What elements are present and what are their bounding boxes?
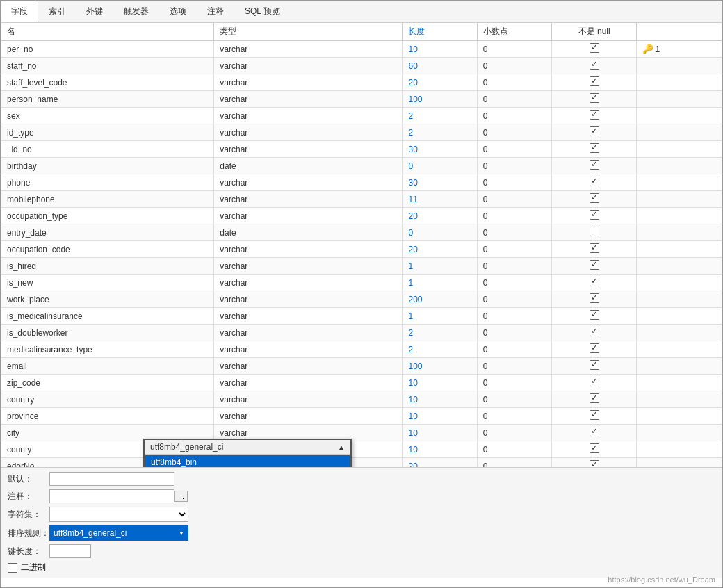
notnull-checkbox[interactable] xyxy=(590,343,599,353)
table-row[interactable]: occupation_typevarchar200 xyxy=(1,208,722,224)
cell-notnull[interactable] xyxy=(551,291,637,308)
cell-notnull[interactable] xyxy=(551,408,637,425)
cell-notnull[interactable] xyxy=(551,108,637,124)
cell-decimal: 0 xyxy=(477,41,551,58)
tab-options[interactable]: 选项 xyxy=(159,1,197,22)
cell-name: zip_code xyxy=(1,375,214,391)
table-row[interactable]: person_namevarchar1000 xyxy=(1,91,722,108)
table-row[interactable]: I id_novarchar300 xyxy=(1,141,722,158)
comment-input[interactable] xyxy=(49,489,174,503)
table-row[interactable]: birthdaydate00 xyxy=(1,158,722,174)
notnull-checkbox[interactable] xyxy=(590,193,599,203)
notnull-checkbox[interactable] xyxy=(590,160,599,170)
cell-name: mobilephone xyxy=(1,191,214,208)
notnull-checkbox[interactable] xyxy=(590,410,599,420)
notnull-checkbox[interactable] xyxy=(590,143,599,153)
notnull-checkbox[interactable] xyxy=(590,327,599,336)
comment-dots-button[interactable]: ... xyxy=(174,491,188,502)
tab-fields[interactable]: 字段 xyxy=(1,1,38,22)
cell-notnull[interactable] xyxy=(551,308,637,325)
cell-notnull[interactable] xyxy=(551,325,637,341)
notnull-checkbox[interactable] xyxy=(590,293,599,303)
table-row[interactable]: medicalinsurance_typevarchar20 xyxy=(1,341,722,358)
table-row[interactable]: entry_datedate00 xyxy=(1,224,722,241)
table-row[interactable]: is_medicalinsurancevarchar10 xyxy=(1,308,722,325)
binary-checkbox[interactable] xyxy=(8,563,17,573)
table-row[interactable]: is_doubleworkervarchar20 xyxy=(1,325,722,341)
keylength-input[interactable] xyxy=(49,544,91,558)
tab-foreign-key[interactable]: 外键 xyxy=(76,1,113,22)
dropdown-item[interactable]: utf8mb4_bin xyxy=(145,455,350,467)
notnull-checkbox[interactable] xyxy=(590,60,599,70)
cell-extra xyxy=(637,408,722,425)
collation-dropdown[interactable]: utf8mb4_general_ci ▲ utf8mb4_binutf8mb4_… xyxy=(143,439,352,467)
notnull-checkbox[interactable] xyxy=(590,310,599,320)
cell-notnull[interactable] xyxy=(551,241,637,258)
notnull-checkbox[interactable] xyxy=(590,43,599,53)
notnull-checkbox[interactable] xyxy=(590,227,599,236)
table-row[interactable]: zip_codevarchar100 xyxy=(1,375,722,391)
cell-notnull[interactable] xyxy=(551,341,637,358)
dropdown-scroll-list[interactable]: utf8mb4_binutf8mb4_unicode_ciutf8mb4_ice… xyxy=(145,455,350,467)
notnull-checkbox[interactable] xyxy=(590,377,599,386)
notnull-checkbox[interactable] xyxy=(590,360,599,370)
cell-notnull[interactable] xyxy=(551,74,637,91)
tab-sql-preview[interactable]: SQL 预览 xyxy=(234,1,291,22)
notnull-checkbox[interactable] xyxy=(590,110,599,120)
cell-notnull[interactable] xyxy=(551,191,637,208)
collation-select[interactable]: utf8mb4_general_ci ▼ xyxy=(49,525,188,541)
cell-notnull[interactable] xyxy=(551,441,637,458)
table-row[interactable]: staff_level_codevarchar200 xyxy=(1,74,722,91)
notnull-checkbox[interactable] xyxy=(590,277,599,286)
table-row[interactable]: emailvarchar1000 xyxy=(1,358,722,375)
cell-notnull[interactable] xyxy=(551,391,637,408)
table-row[interactable]: is_hiredvarchar10 xyxy=(1,258,722,275)
table-row[interactable]: phonevarchar300 xyxy=(1,174,722,191)
cell-notnull[interactable] xyxy=(551,158,637,174)
default-input[interactable] xyxy=(49,472,174,486)
table-row[interactable]: sexvarchar20 xyxy=(1,108,722,124)
notnull-checkbox[interactable] xyxy=(590,443,599,453)
notnull-checkbox[interactable] xyxy=(590,93,599,103)
notnull-checkbox[interactable] xyxy=(590,427,599,436)
cell-type: varchar xyxy=(214,325,403,341)
notnull-checkbox[interactable] xyxy=(590,76,599,86)
cell-notnull[interactable] xyxy=(551,425,637,441)
cell-notnull[interactable] xyxy=(551,275,637,291)
cell-notnull[interactable] xyxy=(551,91,637,108)
tab-comment[interactable]: 注释 xyxy=(197,1,234,22)
cell-notnull[interactable] xyxy=(551,375,637,391)
cell-notnull[interactable] xyxy=(551,41,637,58)
cell-notnull[interactable] xyxy=(551,141,637,158)
notnull-checkbox[interactable] xyxy=(590,260,599,270)
notnull-checkbox[interactable] xyxy=(590,177,599,186)
cell-notnull[interactable] xyxy=(551,224,637,241)
table-row[interactable]: work_placevarchar2000 xyxy=(1,291,722,308)
notnull-checkbox[interactable] xyxy=(590,393,599,403)
cell-notnull[interactable] xyxy=(551,258,637,275)
cell-type: varchar xyxy=(214,308,403,325)
notnull-checkbox[interactable] xyxy=(590,210,599,220)
notnull-checkbox[interactable] xyxy=(590,243,599,253)
cell-notnull[interactable] xyxy=(551,174,637,191)
table-row[interactable]: countyvarchar100 xyxy=(1,441,722,458)
cell-notnull[interactable] xyxy=(551,58,637,74)
table-row[interactable]: id_typevarchar20 xyxy=(1,124,722,141)
default-row: 默认： xyxy=(8,472,715,486)
tab-index[interactable]: 索引 xyxy=(38,1,76,22)
tab-trigger[interactable]: 触发器 xyxy=(113,1,159,22)
notnull-checkbox[interactable] xyxy=(590,126,599,136)
table-row[interactable]: per_novarchar100🔑1 xyxy=(1,41,722,58)
cell-notnull[interactable] xyxy=(551,124,637,141)
cell-notnull[interactable] xyxy=(551,358,637,375)
table-row[interactable]: occupation_codevarchar200 xyxy=(1,241,722,258)
dropdown-arrow-up[interactable]: ▲ xyxy=(338,443,345,451)
table-row[interactable]: countryvarchar100 xyxy=(1,391,722,408)
cell-notnull[interactable] xyxy=(551,208,637,224)
table-row[interactable]: mobilephonevarchar110 xyxy=(1,191,722,208)
table-row[interactable]: cityvarchar100 xyxy=(1,425,722,441)
table-row[interactable]: provincevarchar100 xyxy=(1,408,722,425)
table-row[interactable]: staff_novarchar600 xyxy=(1,58,722,74)
table-row[interactable]: is_newvarchar10 xyxy=(1,275,722,291)
charset-select[interactable] xyxy=(49,507,188,522)
